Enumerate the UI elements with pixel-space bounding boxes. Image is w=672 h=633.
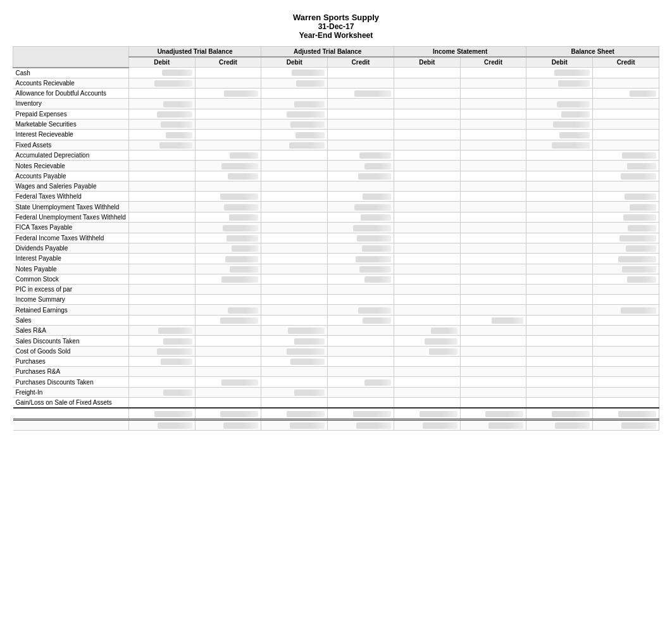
- uc-cell: [195, 223, 261, 233]
- ic-cell: [460, 357, 526, 367]
- bc-cell: [593, 130, 659, 140]
- account-name-cell: Purchases R&A: [13, 367, 129, 377]
- account-name-cell: Inventory: [13, 99, 129, 109]
- total-bc: [593, 408, 659, 419]
- ic-cell: [460, 254, 526, 264]
- ic-cell: [460, 233, 526, 243]
- ud-cell: [128, 130, 195, 140]
- ad-cell: [261, 212, 328, 222]
- account-name-cell: Wages and Saleries Payable: [13, 181, 129, 192]
- ud-cell: [128, 274, 195, 284]
- account-name-cell: Cash: [13, 68, 129, 78]
- table-row: Freight-In: [13, 387, 659, 397]
- uc-cell: [195, 88, 261, 98]
- ud-cell: [128, 315, 195, 325]
- bc-cell: [593, 119, 659, 129]
- ad-cell: [261, 109, 328, 119]
- bc-cell: [593, 192, 659, 202]
- ad-cell: [261, 181, 328, 192]
- bd-cell: [526, 119, 593, 129]
- table-row: Inventory: [13, 99, 659, 109]
- table-row: Cost of Goods Sold: [13, 346, 659, 356]
- table-row: Marketable Securities: [13, 119, 659, 129]
- table-row: Common Stock: [13, 274, 659, 284]
- table-body: CashAccounts RecievableAllowance for Dou…: [13, 68, 659, 409]
- ac-cell: [328, 233, 394, 243]
- bc-cell: [593, 398, 659, 409]
- account-name-cell: Federal Income Taxes Withheld: [13, 233, 129, 243]
- uc-cell: [195, 109, 261, 119]
- ac-cell: [328, 305, 394, 315]
- ac-cell: [328, 140, 394, 150]
- table-row: Accounts Payable: [13, 171, 659, 181]
- table-row: Purchases: [13, 357, 659, 367]
- ad-cell: [261, 151, 328, 161]
- account-name-cell: Federal Taxes Withheld: [13, 192, 129, 202]
- ad-cell: [261, 161, 328, 171]
- bc-cell: [593, 140, 659, 150]
- ic-cell: [460, 78, 526, 88]
- ic-cell: [460, 398, 526, 409]
- account-name-cell: State Unemployment Taxes Withheld: [13, 202, 129, 212]
- net-bc: [593, 419, 659, 430]
- bc-cell: [593, 285, 659, 295]
- ad-cell: [261, 68, 328, 78]
- ic-cell: [460, 387, 526, 397]
- bc-cell: [593, 202, 659, 212]
- table-row: Cash: [13, 68, 659, 78]
- ud-cell: [128, 212, 195, 222]
- uc-cell: [195, 398, 261, 409]
- total-ac: [328, 408, 394, 419]
- bd-cell: [526, 151, 593, 161]
- ic-cell: [460, 377, 526, 387]
- table-row: Federal Unemployment Taxes Withheld: [13, 212, 659, 222]
- id-cell: [394, 161, 460, 171]
- id-header: Debit: [394, 57, 460, 68]
- account-name-cell: Gain/Loss on Sale of Fixed Assets: [13, 398, 129, 409]
- bc-cell: [593, 223, 659, 233]
- account-name-cell: Accounts Recievable: [13, 78, 129, 88]
- total-bd: [526, 408, 593, 419]
- bc-cell: [593, 377, 659, 387]
- bc-cell: [593, 181, 659, 192]
- uc-cell: [195, 140, 261, 150]
- ad-cell: [261, 367, 328, 377]
- bd-cell: [526, 367, 593, 377]
- bd-cell: [526, 223, 593, 233]
- uc-cell: [195, 212, 261, 222]
- bd-cell: [526, 130, 593, 140]
- company-name: Warren Sports Supply: [13, 13, 659, 22]
- ad-cell: [261, 398, 328, 409]
- ic-cell: [460, 171, 526, 181]
- ad-cell: [261, 305, 328, 315]
- bd-cell: [526, 285, 593, 295]
- table-row: Income Summary: [13, 295, 659, 305]
- worksheet-table: Unadjusted Trial Balance Adjusted Trial …: [13, 46, 659, 431]
- bd-cell: [526, 202, 593, 212]
- ac-cell: [328, 68, 394, 78]
- id-cell: [394, 119, 460, 129]
- id-cell: [394, 192, 460, 202]
- ic-cell: [460, 274, 526, 284]
- bd-cell: [526, 233, 593, 243]
- table-row: Sales R&A: [13, 326, 659, 336]
- uc-cell: [195, 254, 261, 264]
- worksheet-header: Warren Sports Supply 31-Dec-17 Year-End …: [13, 13, 659, 40]
- bc-cell: [593, 357, 659, 367]
- account-name-cell: Prepaid Expenses: [13, 109, 129, 119]
- ad-cell: [261, 119, 328, 129]
- account-name-cell: Freight-In: [13, 387, 129, 397]
- ac-cell: [328, 119, 394, 129]
- id-cell: [394, 171, 460, 181]
- bd-cell: [526, 274, 593, 284]
- total-ad: [261, 408, 328, 419]
- ud-cell: [128, 254, 195, 264]
- ic-cell: [460, 346, 526, 356]
- ic-cell: [460, 305, 526, 315]
- ic-header: Credit: [460, 57, 526, 68]
- bc-cell: [593, 264, 659, 274]
- ad-cell: [261, 346, 328, 356]
- ud-cell: [128, 99, 195, 109]
- bc-cell: [593, 326, 659, 336]
- ud-cell: [128, 326, 195, 336]
